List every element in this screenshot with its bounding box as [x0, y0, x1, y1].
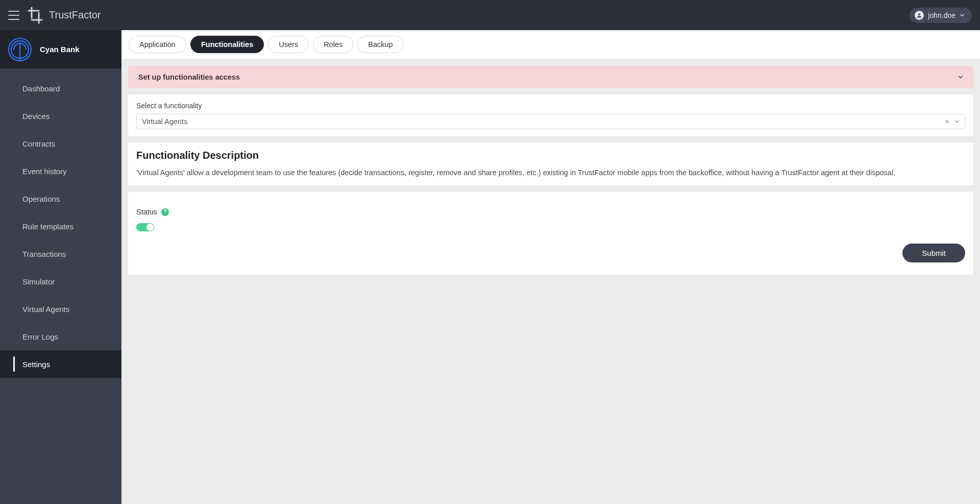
sidebar: Cyan Bank DashboardDevicesContractsEvent… — [0, 30, 121, 504]
sidebar-item-event-history[interactable]: Event history — [0, 157, 121, 185]
sidebar-item-transactions[interactable]: Transactions — [0, 240, 121, 268]
sidebar-item-devices[interactable]: Devices — [0, 102, 121, 130]
sidebar-item-rule-templates[interactable]: Rule templates — [0, 212, 121, 240]
org-logo-icon — [7, 37, 33, 62]
functionality-select[interactable]: Virtual Agents × — [136, 114, 965, 129]
user-menu[interactable]: john.doe — [910, 8, 972, 23]
sidebar-item-operations[interactable]: Operations — [0, 185, 121, 212]
functionality-select-value: Virtual Agents — [142, 117, 187, 126]
notice-banner[interactable]: Set up functionalities access — [128, 66, 973, 88]
tab-backup[interactable]: Backup — [357, 36, 403, 53]
sidebar-item-simulator[interactable]: Simulator — [0, 268, 121, 295]
content: ApplicationFunctionalitiesUsersRolesBack… — [121, 30, 980, 504]
user-avatar-icon — [915, 11, 924, 20]
notice-text: Set up functionalities access — [138, 73, 240, 81]
tab-application[interactable]: Application — [129, 36, 186, 53]
functionality-selector-panel: Select a functionality Virtual Agents × — [128, 94, 973, 136]
tab-users[interactable]: Users — [268, 36, 309, 53]
svg-point-0 — [918, 13, 920, 15]
chevron-down-icon — [958, 75, 963, 80]
menu-toggle-icon[interactable] — [8, 11, 19, 20]
org-name: Cyan Bank — [40, 45, 80, 54]
sidebar-item-settings[interactable]: Settings — [0, 350, 121, 378]
user-name: john.doe — [928, 11, 955, 19]
app-brand: TrustFactor — [27, 6, 101, 25]
sidebar-item-error-logs[interactable]: Error Logs — [0, 323, 121, 350]
tab-functionalities[interactable]: Functionalities — [190, 36, 264, 53]
topbar: TrustFactor john.doe — [0, 0, 980, 30]
main-inner: Set up functionalities access Select a f… — [121, 59, 980, 281]
functionality-select-label: Select a functionality — [136, 102, 965, 110]
info-icon[interactable]: ? — [161, 208, 169, 216]
description-heading: Functionality Description — [136, 150, 965, 161]
sidebar-item-virtual-agents[interactable]: Virtual Agents — [0, 295, 121, 323]
chevron-down-icon — [960, 13, 965, 18]
chevron-down-icon — [954, 119, 960, 124]
tab-roles[interactable]: Roles — [313, 36, 353, 53]
submit-row: Submit — [136, 244, 965, 267]
status-panel: Status ? Submit — [128, 191, 973, 275]
app-title: TrustFactor — [49, 9, 101, 21]
description-panel: Functionality Description 'Virtual Agent… — [128, 142, 973, 185]
topbar-left: TrustFactor — [8, 6, 101, 25]
sidebar-nav: DashboardDevicesContractsEvent historyOp… — [0, 68, 121, 378]
status-row: Status ? — [136, 208, 965, 216]
tabbar: ApplicationFunctionalitiesUsersRolesBack… — [121, 30, 980, 59]
status-toggle[interactable] — [136, 223, 154, 231]
status-label: Status — [136, 208, 157, 216]
sidebar-item-dashboard[interactable]: Dashboard — [0, 75, 121, 102]
app-logo-icon — [27, 6, 44, 25]
org-block: Cyan Bank — [0, 30, 121, 68]
description-body: 'Virtual Agents' allow a development tea… — [136, 167, 965, 178]
submit-button[interactable]: Submit — [902, 244, 965, 262]
sidebar-item-contracts[interactable]: Contracts — [0, 130, 121, 157]
clear-icon[interactable]: × — [945, 118, 949, 125]
